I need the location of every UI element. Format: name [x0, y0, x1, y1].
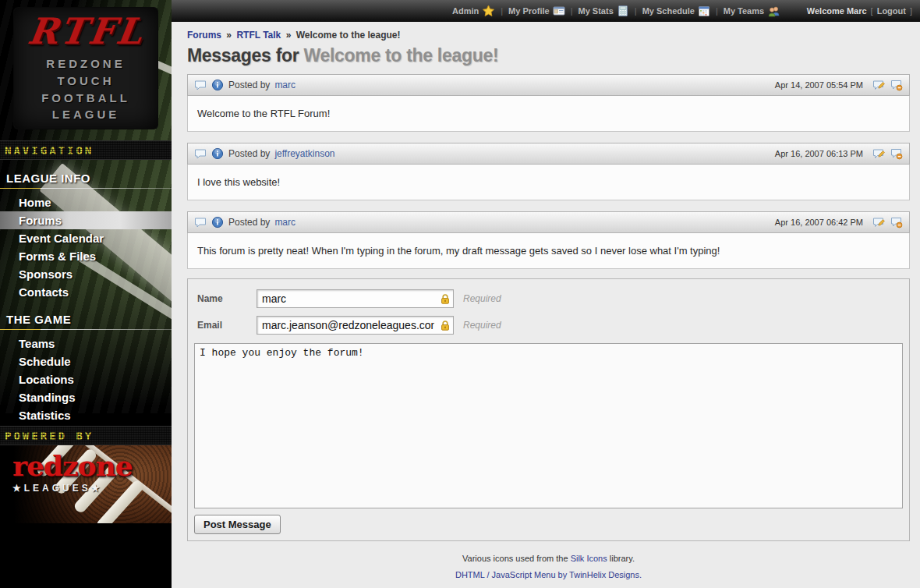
top-nav: Admin | My Profile | My Stats [452, 5, 780, 17]
nav-admin[interactable]: Admin [452, 5, 495, 17]
footer-text: Various icons used from the [462, 554, 571, 563]
footer-text: by [556, 570, 570, 579]
sidebar-item-statistics[interactable]: Statistics [0, 406, 172, 424]
message-post: Posted by jeffreyatkinson Apr 16, 2007 0… [187, 143, 910, 200]
delete-comment-icon[interactable] [890, 147, 903, 160]
sidebar: RTFL REDZONE TOUCH FOOTBALL LEAGUE NAVIG… [0, 0, 172, 588]
breadcrumb-current: Welcome to the league! [296, 30, 401, 41]
twinhelix-link[interactable]: TwinHelix Designs [569, 570, 639, 579]
group-icon [767, 5, 780, 17]
breadcrumb-rtfl-talk-link[interactable]: RTFL Talk [236, 30, 281, 41]
name-row: Name Required [194, 285, 903, 312]
logo-line: FOOTBALL [41, 90, 130, 107]
nav-my-stats[interactable]: My Stats [579, 5, 629, 17]
message-header: Posted by marc Apr 16, 2007 06:42 PM [187, 211, 910, 233]
message-post: Posted by marc Apr 16, 2007 06:42 PM Thi… [187, 211, 910, 269]
info-icon[interactable] [211, 147, 224, 160]
lock-icon [440, 320, 451, 331]
sidebar-item-contacts[interactable]: Contacts [0, 283, 172, 301]
nav-admin-label: Admin [452, 6, 479, 16]
sidebar-item-event-calendar[interactable]: Event Calendar [0, 229, 172, 247]
redzone-leagues-text: ★LEAGUES★ [12, 483, 103, 494]
breadcrumb-forums-link[interactable]: Forums [187, 30, 221, 41]
nav-separator: | [635, 6, 637, 16]
calculator-icon [617, 5, 629, 17]
nav-separator: | [571, 6, 573, 16]
sidebar-item-sponsors[interactable]: Sponsors [0, 265, 172, 283]
info-icon[interactable] [211, 216, 224, 228]
message-actions [872, 79, 903, 91]
posted-by-label: Posted by [228, 148, 270, 159]
footer: Various icons used from the Silk Icons l… [187, 554, 910, 579]
main-panel: Forums » RTFL Talk » Welcome to the leag… [172, 22, 920, 579]
spacer [0, 301, 172, 311]
message-textarea[interactable]: I hope you enjoy the forum! [194, 343, 903, 508]
required-label: Required [463, 320, 501, 331]
message-actions [872, 147, 903, 160]
sidebar-item-locations[interactable]: Locations [0, 370, 172, 388]
logo-line: REDZONE [46, 55, 125, 73]
email-row: Email Required [194, 312, 903, 338]
powered-by-label: POWERED BY [5, 430, 94, 442]
name-label: Name [194, 293, 257, 304]
navigation-header-label: NAVIGATION [5, 144, 94, 157]
bracket: ] [910, 6, 912, 16]
message-body: Welcome to the RTFL Forum! [187, 96, 910, 132]
silk-icons-link[interactable]: Silk Icons [571, 554, 607, 563]
page-title: Messages forWelcome to the league! [187, 45, 910, 66]
dhtml-menu-link[interactable]: DHTML / JavaScript Menu [455, 570, 556, 579]
post-message-button[interactable]: Post Message [194, 515, 281, 534]
section-title-the-game: THE GAME [0, 311, 172, 329]
calendar-icon [698, 5, 710, 17]
sidebar-item-standings[interactable]: Standings [0, 388, 172, 406]
logout-link[interactable]: Logout [877, 6, 906, 16]
author-link[interactable]: jeffreyatkinson [274, 148, 334, 159]
content-area: Admin | My Profile | My Stats [172, 0, 920, 588]
nav-my-profile[interactable]: My Profile [508, 5, 565, 17]
page-title-prefix: Messages for [187, 45, 299, 66]
sidebar-item-forms-files[interactable]: Forms & Files [0, 247, 172, 265]
nav-my-schedule-label: My Schedule [642, 6, 695, 16]
comment-icon [194, 217, 207, 228]
edit-comment-icon[interactable] [872, 216, 886, 228]
vcard-icon [553, 5, 565, 17]
footer-text: library. [607, 554, 635, 563]
app-window: RTFL REDZONE TOUCH FOOTBALL LEAGUE NAVIG… [0, 0, 920, 588]
sidebar-item-home[interactable]: Home [0, 193, 172, 211]
nav-my-profile-label: My Profile [508, 6, 550, 16]
top-bar-user-area: Welcome Marc [ Logout ] [807, 6, 912, 16]
footer-credit-icons: Various icons used from the Silk Icons l… [187, 554, 910, 563]
name-input[interactable] [257, 289, 454, 308]
message-date: Apr 16, 2007 06:42 PM [775, 218, 863, 227]
sidebar-item-forums[interactable]: Forums [0, 211, 172, 229]
edit-comment-icon[interactable] [872, 147, 886, 160]
league-logo[interactable]: RTFL REDZONE TOUCH FOOTBALL LEAGUE [14, 8, 157, 129]
top-bar: Admin | My Profile | My Stats [172, 0, 920, 22]
sidebar-nav: LEAGUE INFO Home Forums Event Calendar F… [0, 160, 172, 424]
email-input[interactable] [257, 316, 454, 335]
message-body: This forum is pretty neat! When I'm typi… [187, 233, 910, 269]
delete-comment-icon[interactable] [890, 79, 903, 91]
breadcrumb-separator: » [284, 30, 294, 41]
nav-my-stats-label: My Stats [579, 6, 614, 16]
message-actions [872, 216, 903, 228]
redzone-leagues-logo[interactable]: redzone ★LEAGUES★ [0, 445, 172, 523]
comment-icon [194, 80, 207, 91]
sidebar-item-teams[interactable]: Teams [0, 335, 172, 352]
logo-line: LEAGUE [52, 106, 120, 123]
info-icon[interactable] [211, 79, 224, 91]
message-header: Posted by marc Apr 14, 2007 05:54 PM [187, 74, 910, 96]
sidebar-item-schedule[interactable]: Schedule [0, 352, 172, 370]
nav-my-teams[interactable]: My Teams [724, 5, 780, 17]
author-link[interactable]: marc [274, 80, 295, 90]
required-label: Required [463, 293, 501, 304]
posted-by-label: Posted by [228, 217, 270, 228]
nav-my-schedule[interactable]: My Schedule [642, 5, 710, 17]
posted-by-label: Posted by [228, 80, 270, 90]
edit-comment-icon[interactable] [872, 79, 886, 91]
star-icon [482, 5, 495, 17]
powered-by-bar: POWERED BY [0, 426, 172, 445]
delete-comment-icon[interactable] [890, 216, 903, 228]
page-title-topic: Welcome to the league! [303, 45, 498, 66]
author-link[interactable]: marc [274, 217, 295, 228]
